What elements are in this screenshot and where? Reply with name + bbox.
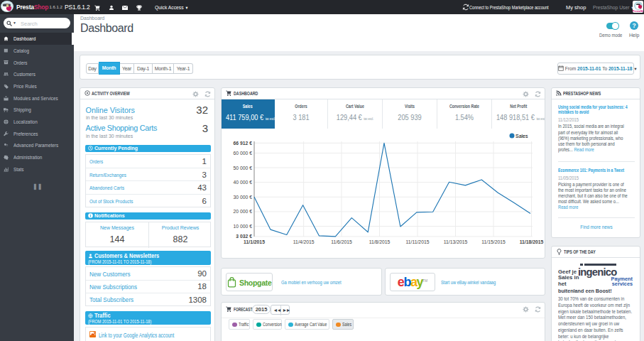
svg-text:11/15/2015: 11/15/2015	[481, 239, 506, 244]
svg-text:3 032 €: 3 032 €	[236, 234, 252, 239]
svg-text:11/13/2015: 11/13/2015	[444, 239, 468, 244]
svg-text:66 912 €: 66 912 €	[234, 141, 253, 146]
svg-text:50 000 €: 50 000 €	[234, 166, 253, 170]
svg-text:20 000 €: 20 000 €	[234, 209, 253, 214]
svg-text:Sales: Sales	[515, 134, 528, 139]
svg-text:30 000 €: 30 000 €	[234, 195, 253, 200]
svg-text:11/1/2015: 11/1/2015	[244, 239, 265, 244]
svg-text:60 000 €: 60 000 €	[234, 151, 253, 156]
svg-text:11/18/2015: 11/18/2015	[520, 239, 544, 244]
svg-text:11/11/2015: 11/11/2015	[405, 239, 429, 244]
svg-text:11/8/2015: 11/8/2015	[369, 239, 391, 244]
svg-text:10 000 €: 10 000 €	[234, 224, 253, 229]
svg-text:11/6/2015: 11/6/2015	[331, 239, 352, 244]
svg-text:11/4/2015: 11/4/2015	[293, 239, 315, 244]
svg-text:40 000 €: 40 000 €	[234, 180, 253, 185]
